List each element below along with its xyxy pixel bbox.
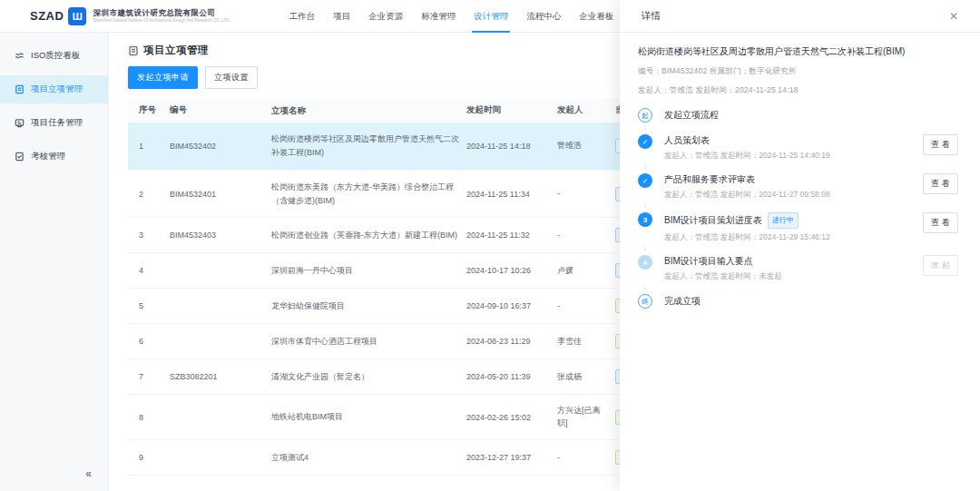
page-title-icon [128,45,139,56]
project-detail-meta-code: 编号：BIM4532402 所属部门：数字化研究所 [638,66,958,77]
initiation-timeline: 起 发起立项流程 ↓ ✓ 人员策划表 发起人：管维浩 发起时间：2024-11-… [638,108,958,309]
initiate-button[interactable]: 发起 [923,255,958,276]
step-title-text: 产品和服务要求评审表 [664,173,755,186]
main-nav: 工作台 项目 企业资源 标准管理 设计管理 流程中心 企业看板 设置 [280,0,659,33]
start-initiation-button[interactable]: 发起立项申请 [128,66,198,89]
initiation-settings-button[interactable]: 立项设置 [205,66,258,89]
cell-initiator: - [557,290,615,323]
cell-name: 松岗街道东美路（东方大道-华美路）综合整治工程（含健步道)(BIM) [271,171,466,218]
cell-initiator: 方兴达[已离职] [557,395,615,439]
step-title: 人员策划表 [664,134,830,147]
cell-index: 2 [128,180,170,209]
timeline-step: ✓ 产品和服务要求评审表 发起人：管维浩 发起时间：2024-11-27 09:… [638,173,958,201]
timeline-step: 4 BIM设计项目输入要点 发起人：管维浩 发起时间：未发起 发起 [638,255,958,282]
timeline-start-marker: 起 [638,108,652,123]
step-number-marker: 4 [638,255,652,270]
step-title: BIM设计项目策划进度表 进行中 [664,212,830,229]
timeline-start-label: 发起立项流程 [664,108,719,123]
cell-initiator: - [557,442,615,475]
cell-time: 2024-11-25 11:32 [466,221,557,250]
cell-time: 2024-05-20 11:39 [466,362,557,391]
connector-arrow-icon: ↓ [638,282,652,294]
cell-name: 地铁站机电BIM项目 [271,400,466,434]
timeline-step: ✓ 人员策划表 发起人：管维浩 发起时间：2024-11-25 14:40:19… [638,134,958,162]
cell-name: 清湖文化产业园（暂定名） [271,360,466,394]
cell-index: 3 [128,221,170,250]
timeline-end-label: 完成立项 [664,294,701,309]
nav-item-enterprise-resource[interactable]: 企业资源 [359,0,412,33]
cell-initiator: 张成杨 [557,361,615,394]
logo-text: SZAD [30,9,64,23]
nav-item-enterprise-board[interactable]: 企业看板 [570,0,622,33]
view-button[interactable]: 查看 [923,134,958,155]
cell-time: 2024-09-10 16:37 [466,291,557,320]
document-icon [15,84,24,94]
step-title-text: BIM设计项目策划进度表 [664,214,762,227]
cell-time: 2024-10-17 10:26 [466,256,557,285]
step-meta: 发起人：管维浩 发起时间：2024-11-25 14:40:19 [664,151,830,162]
cell-time: 2024-02-26 15:02 [466,403,557,432]
view-button[interactable]: 查看 [923,212,958,233]
drawer-title: 详情 [642,10,661,23]
tasks-icon [15,118,24,128]
cell-name: 松岗街道创业路（芙蓉路-东方大道）新建工程(BIM) [271,219,466,252]
company-name-en: Shenzhen General Institute Of Architectu… [93,18,230,23]
step-meta: 发起人：管维浩 发起时间：2024-11-27 09:58:08 [664,190,830,201]
cell-name: 深圳前海一丹中心项目 [271,254,466,288]
step-check-icon: ✓ [638,173,652,188]
wave-icon [15,51,24,61]
cell-time: 2024-08-23 11:29 [466,327,557,356]
step-status-badge: 进行中 [768,212,799,229]
sidebar-item-iso-dashboard[interactable]: ISO质控看板 [0,42,108,70]
timeline-end-marker: 终 [638,294,652,309]
cell-code: BIM4532402 [170,132,271,161]
cell-index: 7 [128,362,170,391]
cell-name: 松岗街道楼岗等社区及周边零散用户管道天然气二次补装工程(BIM) [271,123,466,170]
close-icon[interactable]: ✕ [949,10,958,23]
cell-initiator: - [557,220,615,252]
cell-index: 4 [128,256,170,285]
nav-item-design-management[interactable]: 设计管理 [465,0,517,33]
step-number-marker: 3 [638,212,652,227]
cell-code: BIM4532403 [170,221,271,250]
connector-arrow-icon: ↓ [638,123,652,134]
nav-item-standard-management[interactable]: 标准管理 [412,0,465,33]
sidebar-item-project-initiation[interactable]: 项目立项管理 [0,75,108,103]
col-header-time: 发起时间 [466,104,557,116]
project-detail-title: 松岗街道楼岗等社区及周边零散用户管道天然气二次补装工程(BIM) [638,44,958,58]
cell-name: 深圳市体育中心酒店工程项目 [271,325,466,358]
page-title: 项目立项管理 [143,44,209,57]
sidebar-collapse-icon[interactable]: « [85,467,92,480]
cell-code [170,447,271,467]
view-button[interactable]: 查看 [923,173,958,194]
cell-code [170,408,271,427]
project-detail-meta-initiator: 发起人：管维浩 发起时间：2024-11-25 14:18 [638,85,958,96]
sidebar-item-label: 项目任务管理 [31,117,83,129]
logo: SZAD Ш 深圳市建筑设计研究总院有限公司 Shenzhen General … [30,7,230,25]
sidebar-item-project-task[interactable]: 项目任务管理 [0,109,108,137]
col-header-name: 立项名称 [271,103,466,118]
cell-code [170,331,271,351]
timeline-step: 3 BIM设计项目策划进度表 进行中 发起人：管维浩 发起时间：2024-11-… [638,212,958,243]
cell-index: 8 [128,403,170,432]
col-header-index: 序号 [128,104,170,116]
cell-initiator: 卢媛 [557,255,615,288]
sidebar: ISO质控看板 项目立项管理 项目任务管理 考核管理 « [0,33,109,491]
szad-logo-icon: Ш [68,7,86,25]
step-meta: 发起人：管维浩 发起时间：未发起 [664,271,782,282]
cell-time: 2024-11-25 11:34 [466,180,557,209]
cell-time: 2023-12-27 19:37 [466,443,557,472]
connector-arrow-icon: ↓ [638,243,652,255]
nav-item-project[interactable]: 项目 [324,0,359,33]
col-header-initiator: 发起人 [557,103,615,116]
cell-time: 2024-11-25 14:18 [466,132,557,161]
cell-index: 6 [128,327,170,356]
connector-arrow-icon: ↓ [638,162,652,173]
cell-index: 9 [128,443,170,472]
nav-item-workbench[interactable]: 工作台 [280,0,325,33]
sidebar-item-assessment[interactable]: 考核管理 [0,142,108,171]
sidebar-item-label: 考核管理 [31,151,65,162]
step-title: BIM设计项目输入要点 [664,255,782,268]
nav-item-process-center[interactable]: 流程中心 [517,0,570,33]
step-title-text: 人员策划表 [664,134,710,147]
